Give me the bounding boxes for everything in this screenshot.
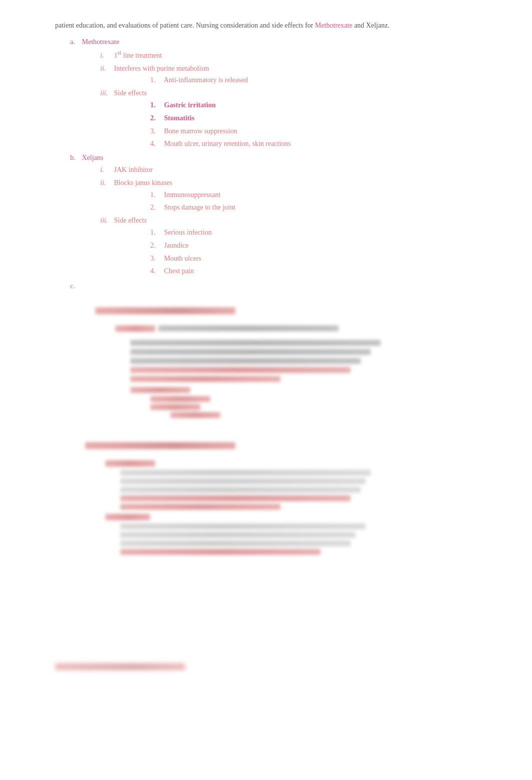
jak-inhibitor-text: JAK inhibitor xyxy=(114,166,153,173)
label-b-ii: ii. xyxy=(100,177,112,189)
list-item-a-ii: ii. Interferes with purine metabolism 1.… xyxy=(70,63,492,87)
a-iii-subitems: 1. Gastric irritation 2. Stomatitis 3. B… xyxy=(100,99,492,150)
label-1-gastric: 1. xyxy=(150,99,162,111)
label-i: i. xyxy=(100,50,112,62)
main-outline: a. Methotrexate i. 1st line treatment ii… xyxy=(55,36,492,292)
list-item-jaundice: 2. Jaundice xyxy=(100,240,492,252)
label-b-ii-2: 2. xyxy=(150,202,162,214)
gastric-irritation: Gastric irritation xyxy=(164,101,216,109)
list-item-b: b. Xeljans i. JAK inhibitor ii. Blocks j… xyxy=(55,152,492,277)
label-2-stomatitis: 2. xyxy=(150,112,162,124)
label-b-iii-2: 2. xyxy=(150,240,162,252)
stomatitis-text: Stomatitis xyxy=(164,114,195,122)
list-item-a-i: i. 1st line treatment xyxy=(70,48,492,61)
a-ii-subitems: 1. Anti-inflammatory is released xyxy=(100,74,492,86)
label-a: a. xyxy=(70,36,80,48)
methotrexate-link: Methotrexate xyxy=(315,22,353,29)
blurred-section-1 xyxy=(55,302,492,427)
b-iii-subitems: 1. Serious infection 2. Jaundice 3. Mout… xyxy=(100,227,492,277)
list-item-mouth-ulcer: 4. Mouth ulcer, urinary retention, skin … xyxy=(100,138,492,150)
list-item-bone-marrow: 3. Bone marrow suppression xyxy=(100,125,492,137)
label-4-mouth: 4. xyxy=(150,138,162,150)
blurred-section-2 xyxy=(55,437,492,564)
label-b-ii-1: 1. xyxy=(150,189,162,201)
list-item-immunosuppressant: 1. Immunosuppressant xyxy=(100,189,492,201)
mouth-ulcer-text: Mouth ulcer, urinary retention, skin rea… xyxy=(164,140,291,147)
intro-paragraph: patient education, and evaluations of pa… xyxy=(55,20,492,31)
label-b-iii-4: 4. xyxy=(150,265,162,277)
list-item-c: c. xyxy=(55,280,492,292)
side-effects-a-text: Side effects xyxy=(114,89,147,97)
side-effects-b-text: Side effects xyxy=(114,217,147,224)
empty-space xyxy=(55,573,492,633)
footer-blurred xyxy=(55,663,492,670)
list-item-a-ii-1: 1. Anti-inflammatory is released xyxy=(100,74,492,86)
list-item-b-iii: iii. Side effects 1. Serious infection 2… xyxy=(70,215,492,277)
intro-text-2: and Xeljanz. xyxy=(354,22,390,29)
list-item-mouth-ulcers: 3. Mouth ulcers xyxy=(100,253,492,265)
xeljans-heading: Xeljans xyxy=(82,154,104,161)
serious-infection-text: Serious infection xyxy=(164,229,212,236)
blocks-janus-text: Blocks janus kinases xyxy=(114,179,173,186)
label-ii: ii. xyxy=(100,63,112,75)
list-item-stomatitis: 2. Stomatitis xyxy=(100,112,492,124)
interferes-text: Interferes with purine metabolism xyxy=(114,65,209,72)
mouth-ulcers-text: Mouth ulcers xyxy=(164,255,201,262)
label-b: b. xyxy=(70,152,80,164)
label-3-bone: 3. xyxy=(150,125,162,137)
list-item-stops-damage: 2. Stops damage to the joint xyxy=(100,202,492,214)
bone-marrow-text: Bone marrow suppression xyxy=(164,127,237,135)
list-item-gastric: 1. Gastric irritation xyxy=(100,99,492,111)
list-item-serious-infection: 1. Serious infection xyxy=(100,227,492,239)
list-item-b-i: i. JAK inhibitor xyxy=(70,164,492,176)
b-ii-subitems: 1. Immunosuppressant 2. Stops damage to … xyxy=(100,189,492,214)
label-b-iii-3: 3. xyxy=(150,253,162,265)
first-line-text: 1st line treatment xyxy=(114,52,162,59)
label-b-iii-1: 1. xyxy=(150,227,162,239)
list-item-a: a. Methotrexate i. 1st line treatment ii… xyxy=(55,36,492,150)
stops-damage-text: Stops damage to the joint xyxy=(164,204,235,211)
label-iii: iii. xyxy=(100,87,112,99)
list-item-chest-pain: 4. Chest pain xyxy=(100,265,492,277)
jaundice-text: Jaundice xyxy=(164,242,189,249)
label-c: c. xyxy=(70,280,80,292)
chest-pain-text: Chest pain xyxy=(164,267,194,275)
b-subitems: i. JAK inhibitor ii. Blocks janus kinase… xyxy=(70,164,492,277)
a-subitems: i. 1st line treatment ii. Interferes wit… xyxy=(70,48,492,150)
intro-text-1: patient education, and evaluations of pa… xyxy=(55,22,313,29)
methotrexate-heading: Methotrexate xyxy=(82,38,120,46)
label-b-iii: iii. xyxy=(100,215,112,227)
page-content: patient education, and evaluations of pa… xyxy=(55,20,492,670)
list-item-b-ii: ii. Blocks janus kinases 1. Immunosuppre… xyxy=(70,177,492,214)
immunosuppressant-text: Immunosuppressant xyxy=(164,191,221,199)
label-1: 1. xyxy=(150,74,162,86)
list-item-a-iii: iii. Side effects 1. Gastric irritation … xyxy=(70,87,492,150)
label-b-i: i. xyxy=(100,164,112,176)
anti-inflammatory-text: Anti-inflammatory is released xyxy=(164,76,248,84)
